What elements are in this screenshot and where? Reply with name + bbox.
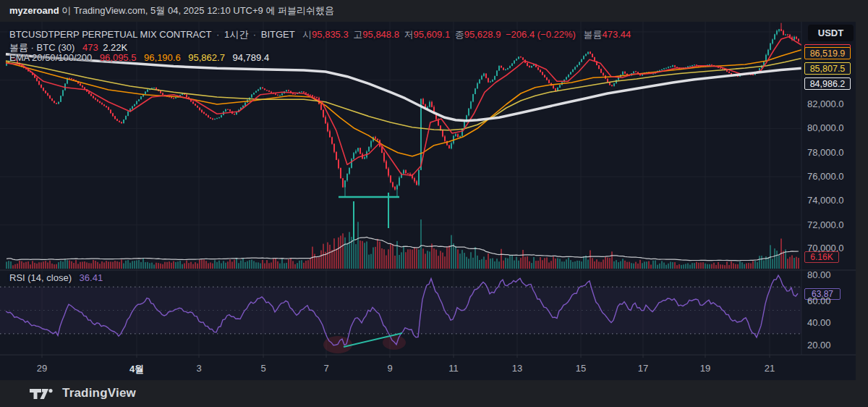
time-axis-label: 21 [765,363,775,374]
ema200-value: 94,789.4 [233,52,270,63]
time-axis-label: 13 [512,363,522,374]
time-axis-label: 5 [260,363,265,374]
rsi-scale-label: 80.00 [807,269,831,281]
ema50-price-badge: 86,519.9 [804,47,851,59]
open-label: 시 [302,29,312,40]
time-axis-label: 15 [576,363,586,374]
volume-label: 볼륨 [584,29,603,40]
time-axis-label: 9 [387,363,392,374]
rsi-indicator-name: RSI (14, close) [9,272,72,283]
high-label: 고 [353,29,362,40]
tradingview-snapshot-page: myzeroand 이 TradingView.com, 5월 04, 2025… [0,0,868,407]
volume-ma-line [7,237,799,260]
ema50-line [6,50,801,156]
volume-bars [6,219,799,269]
right-margin-strip [856,22,868,380]
exchange-label: BITGET [261,29,295,40]
footer-bar: TradingView [0,380,868,407]
ema50-value: 96,190.6 [144,52,181,63]
volume-value: 473.44 [603,29,631,40]
price-scale-label: 70,000.0 [807,243,844,254]
ema200-price-badge: 84,986.2 [804,77,851,90]
close-label: 종 [455,29,464,40]
publish-bar: myzeroand 이 TradingView.com, 5월 04, 2025… [0,0,868,22]
price-scale-label: 78,000.0 [807,147,844,159]
tradingview-logo-icon [29,388,58,403]
change-value: −206.4 (−0.22%) [506,29,576,40]
volume-indicator-name: 볼륨 · BTC (30) [9,42,75,53]
price-scale-label: 82,000.0 [807,98,844,110]
low-value: 95,609.1 [414,29,451,40]
low-label: 저 [404,29,414,40]
time-axis-label: 11 [448,363,459,374]
time-axis-label: 4월 [129,363,144,376]
close-value: 95,628.9 [464,29,501,40]
rsi-current-value: 36.41 [80,272,103,283]
publish-info-text: 이 TradingView.com, 5월 04, 2025 12:10 UTC… [59,5,334,16]
time-axis-label: 19 [700,363,710,374]
price-scale-label: 72,000.0 [807,219,844,231]
rsi-bands [0,287,801,334]
ema20-value: 96,095.5 [100,52,137,63]
time-axis-label: 17 [638,363,648,374]
volume-ma-value: 2.22K [103,42,127,53]
rsi-scale-label: 20.00 [807,340,831,351]
tradingview-brand-text: TradingView [62,386,136,400]
rsi-scale-label: 40.00 [807,317,831,329]
ema-legend-row[interactable]: EMA 20/50/100/200 96,095.5 96,190.6 95,8… [9,52,269,63]
ema100-price-badge: 85,807.5 [804,62,851,75]
ema100-value: 95,862.7 [188,52,225,63]
ema-indicator-name: EMA 20/50/100/200 [9,52,92,63]
symbol-title: BTCUSDTPERP PERPETUAL MIX CONTRACT [9,29,211,40]
open-value: 95,835.3 [312,29,349,40]
high-value: 95,848.8 [362,29,399,40]
main-legend-row[interactable]: BTCUSDTPERP PERPETUAL MIX CONTRACT · 1시간… [9,28,631,41]
publisher-username[interactable]: myzeroand [9,5,59,16]
chart-canvas[interactable] [0,22,856,380]
rsi-legend-row[interactable]: RSI (14, close) 36.41 [9,272,103,283]
time-axis-label: 7 [323,363,328,374]
legend-dot: · [253,29,256,40]
time-axis-label: 29 [37,363,47,374]
price-scale-label: 74,000.0 [807,195,844,206]
ema200-line [6,54,801,121]
currency-toggle-button[interactable]: USDT [808,25,854,41]
rsi-scale-label: 60.00 [807,295,831,307]
price-scale-label: 76,000.0 [807,171,844,182]
time-axis-label: 3 [196,363,201,374]
price-scale-label: 80,000.0 [807,122,844,134]
volume-current-value: 473 [82,42,98,53]
legend-dot: · [216,29,219,40]
interval-label: 1시간 [224,29,248,40]
